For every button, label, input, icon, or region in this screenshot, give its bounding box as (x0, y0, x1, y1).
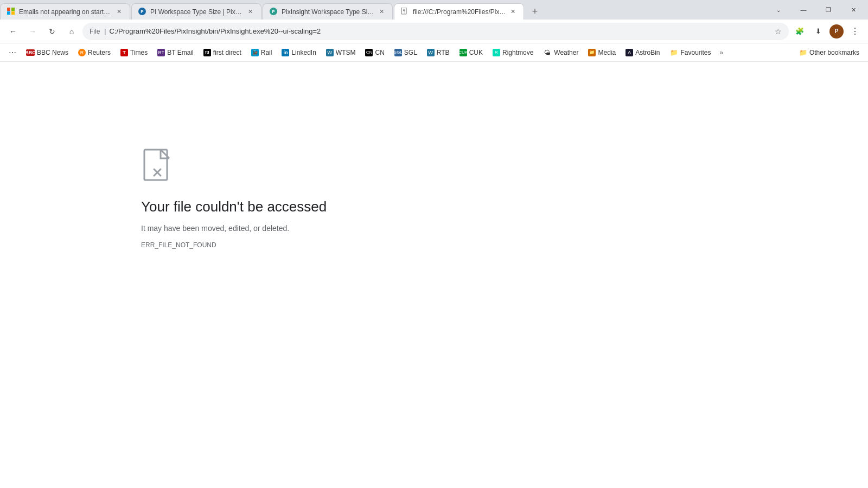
bookmark-rightmove[interactable]: R Rightmove (488, 47, 538, 59)
tab-1-close[interactable]: ✕ (114, 8, 123, 16)
reuters-label: Reuters (88, 49, 111, 56)
new-tab-button[interactable]: + (527, 4, 542, 19)
error-code: ERR_FILE_NOT_FOUND (141, 241, 216, 249)
linkedin-label: LinkedIn (291, 49, 316, 56)
bookmark-sgl[interactable]: SGL SGL (390, 47, 422, 59)
cuk-label: CUK (469, 49, 483, 56)
astrobin-label: AstroBin (635, 49, 660, 56)
bookmark-media[interactable]: 📁 Media (584, 47, 620, 59)
bookmark-rtb[interactable]: W RTB (423, 47, 454, 59)
tabs-area: Emails not appearing on start-up - ... ✕… (0, 0, 766, 20)
tab-4-title: file:///C:/Program%20Files/PixInsigh... (413, 8, 506, 16)
tab-2-title: PI Workspace Type Size | PixInsight ... (150, 8, 244, 16)
tab-2[interactable]: P PI Workspace Type Size | PixInsight ..… (131, 3, 261, 20)
bookmark-bt-email[interactable]: BT BT Email (153, 47, 197, 59)
bookmark-first-direct[interactable]: fd first direct (199, 47, 246, 59)
cuk-icon: CUK (459, 49, 467, 56)
fd-icon: fd (203, 49, 211, 56)
bookmark-times[interactable]: T Times (116, 47, 152, 59)
bookmark-astrobin[interactable]: A AstroBin (621, 47, 664, 59)
error-icon (141, 149, 176, 190)
profile-button[interactable]: P (828, 23, 845, 40)
tab-1-title: Emails not appearing on start-up - ... (19, 8, 112, 16)
window-controls: ⌄ — ❐ ✕ (766, 0, 868, 20)
first-direct-label: first direct (213, 49, 241, 56)
error-subtitle: It may have been moved, edited, or delet… (141, 224, 289, 233)
reload-button[interactable]: ↻ (43, 23, 61, 40)
favourites-folder-icon: 📁 (670, 48, 679, 57)
tab-1[interactable]: Emails not appearing on start-up - ... ✕ (0, 3, 130, 20)
minimize-button[interactable]: — (791, 0, 816, 20)
linkedin-icon: in (282, 49, 289, 56)
times-icon: T (120, 49, 128, 56)
bbc-news-icon: BBC (26, 49, 35, 56)
rightmove-label: Rightmove (502, 49, 533, 56)
close-button[interactable]: ✕ (841, 0, 866, 20)
tab-4[interactable]: ? file:///C:/Program%20Files/PixInsigh..… (394, 3, 524, 20)
reuters-icon: R (78, 49, 86, 56)
bookmark-favourites[interactable]: 📁 Favourites (666, 46, 716, 59)
menu-button[interactable]: ⋮ (846, 23, 864, 40)
wtsm-icon: W (326, 49, 334, 56)
svg-text:P: P (141, 9, 144, 14)
bookmarks-manager-button[interactable]: ⋯ (4, 46, 21, 59)
address-input[interactable] (109, 27, 771, 35)
bookmark-reuters[interactable]: R Reuters (74, 47, 115, 59)
rtb-label: RTB (437, 49, 450, 56)
wtsm-label: WTSM (336, 49, 356, 56)
other-bookmarks[interactable]: 📁 Other bookmarks (795, 47, 864, 59)
bookmarks-bar: ⋯ BBC BBC News R Reuters T Times BT BT E… (0, 43, 868, 62)
cn-icon: CN (365, 49, 373, 56)
bookmark-bbc-news[interactable]: BBC BBC News (22, 47, 73, 59)
bookmark-cn[interactable]: CN CN (361, 47, 388, 59)
title-bar: Emails not appearing on start-up - ... ✕… (0, 0, 868, 20)
address-separator: | (104, 28, 106, 35)
bookmark-cuk[interactable]: CUK CUK (455, 47, 487, 59)
bookmark-rail[interactable]: 🚂 Rail (247, 47, 277, 59)
profile-avatar: P (829, 24, 844, 38)
maximize-button[interactable]: ❐ (816, 0, 841, 20)
tab-3-title: PixInsight Workspace Type Size - Ex... (282, 8, 375, 16)
media-icon: 📁 (588, 49, 596, 56)
bookmark-wtsm[interactable]: W WTSM (322, 47, 360, 59)
times-label: Times (130, 49, 148, 56)
tab-3-close[interactable]: ✕ (377, 8, 386, 16)
bbc-news-label: BBC News (37, 49, 68, 56)
bookmarks-more-label: » (720, 49, 724, 56)
nav-actions: 🧩 ⬇ P ⋮ (791, 23, 864, 40)
tab-4-close[interactable]: ✕ (508, 8, 517, 16)
downloads-button[interactable]: ⬇ (809, 23, 827, 40)
media-label: Media (598, 49, 616, 56)
error-title: Your file couldn't be accessed (141, 198, 327, 215)
tab-3[interactable]: P PixInsight Workspace Type Size - Ex...… (263, 3, 393, 20)
rail-label: Rail (261, 49, 272, 56)
cn-label: CN (375, 49, 384, 56)
back-button[interactable]: ← (4, 23, 22, 40)
extensions-button[interactable]: 🧩 (791, 23, 808, 40)
bookmark-weather[interactable]: 🌤 Weather (539, 46, 583, 59)
sgl-label: SGL (404, 49, 417, 56)
home-button[interactable]: ⌂ (63, 23, 80, 40)
svg-rect-8 (144, 150, 167, 180)
tab-favicon-2: P (138, 8, 147, 16)
tab-2-close[interactable]: ✕ (246, 8, 254, 16)
bookmark-linkedin[interactable]: in LinkedIn (277, 47, 320, 59)
rtb-icon: W (427, 49, 435, 56)
weather-icon: 🌤 (543, 48, 552, 57)
address-bar-container[interactable]: File | ☆ (82, 23, 789, 40)
nav-bar: ← → ↻ ⌂ File | ☆ 🧩 ⬇ P ⋮ (0, 20, 868, 43)
expand-tabs-button[interactable]: ⌄ (766, 0, 791, 20)
page-content: Your file couldn't be accessed It may ha… (0, 62, 868, 488)
bookmarks-more-button[interactable]: » (717, 47, 727, 59)
bookmark-star-icon[interactable]: ☆ (775, 27, 782, 36)
tab-favicon-3: P (270, 8, 278, 16)
rail-icon: 🚂 (251, 49, 259, 56)
forward-button[interactable]: → (24, 23, 41, 40)
tab-favicon-1 (7, 8, 16, 16)
svg-text:?: ? (404, 11, 405, 14)
weather-label: Weather (554, 49, 578, 56)
svg-text:P: P (272, 9, 275, 14)
favourites-label: Favourites (681, 49, 711, 56)
error-container: Your file couldn't be accessed It may ha… (141, 149, 327, 249)
bt-email-label: BT Email (167, 49, 193, 56)
